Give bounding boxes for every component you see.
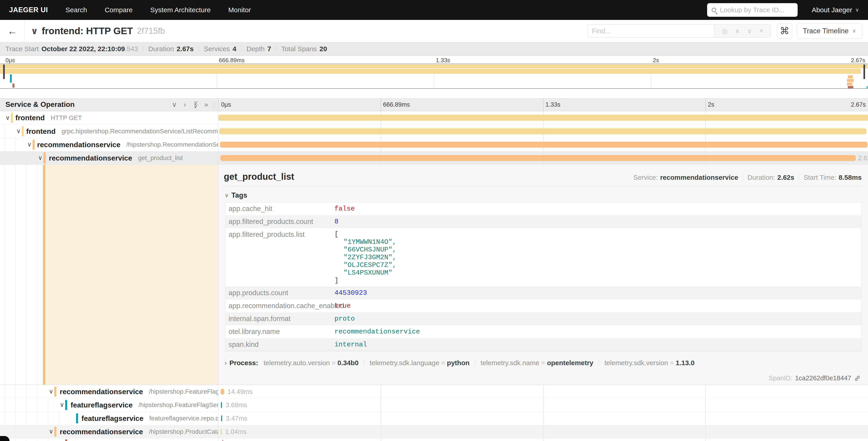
span-row-partial[interactable] — [0, 438, 868, 441]
span-detail-indent-column — [0, 165, 218, 385]
chevron-down-icon[interactable]: ∨ — [49, 428, 53, 435]
deep-link-icon[interactable] — [854, 375, 861, 382]
span-bar[interactable] — [220, 155, 856, 161]
span-row-get-product-list-selected[interactable]: ∨ recommendationservice get_product_list… — [0, 151, 868, 165]
chevron-down-icon[interactable]: ∨ — [5, 114, 10, 121]
tick-label: 2.67s — [851, 101, 866, 108]
span-timeline-cell[interactable]: 3.47ms — [218, 412, 868, 425]
next-match-icon[interactable]: ∨ — [747, 27, 752, 35]
span-name-cell[interactable]: featureflagservice featureflagservice.re… — [0, 412, 218, 425]
process-item: telemetry.sdk.name=opentelemetry — [480, 359, 593, 367]
span-timeline-cell[interactable] — [218, 439, 868, 441]
span-bar[interactable] — [221, 389, 224, 394]
trace-title: frontend: HTTP GET — [42, 26, 133, 36]
trace-collapse-chevron-icon[interactable]: ∨ — [31, 26, 38, 36]
span-detail-panel: get_product_list Service: recommendation… — [218, 165, 868, 385]
collapse-one-icon[interactable]: ∨ — [172, 100, 177, 109]
span-row-recommendation-list[interactable]: ∨ recommendationservice /hipstershop.Rec… — [0, 138, 868, 151]
span-row-recommendation-productcatalog[interactable]: ∨ recommendationservice /hipstershop.Pro… — [0, 425, 868, 438]
span-name-cell[interactable]: ∨ recommendationservice /hipstershop.Rec… — [0, 138, 218, 151]
services-value: 4 — [232, 45, 237, 53]
selected-span-highlight — [45, 165, 218, 385]
span-operation: /hipstershop.RecommendationService/Lis..… — [126, 141, 218, 148]
service-color-bar — [65, 439, 67, 441]
find-input[interactable] — [588, 25, 714, 37]
span-timeline-cell[interactable]: 14.49ms — [218, 385, 868, 398]
span-bar[interactable] — [218, 115, 868, 121]
chevron-down-icon[interactable]: ∨ — [49, 388, 53, 395]
span-timeline-cell[interactable] — [218, 125, 868, 138]
about-jaeger-menu[interactable]: About Jaeger ∨ — [812, 6, 859, 14]
focus-match-icon[interactable]: ◎ — [722, 27, 727, 35]
trace-minimap[interactable] — [0, 64, 868, 89]
app-logo[interactable]: JAEGER UI — [9, 6, 48, 14]
span-name-cell[interactable]: ∨ frontend grpc.hipstershop.Recommendati… — [0, 125, 218, 138]
tag-row: span.kind internal — [225, 338, 862, 351]
nav-link-system-architecture[interactable]: System Architecture — [150, 6, 211, 14]
span-name-cell[interactable]: ∨ recommendationservice get_product_list — [0, 151, 218, 165]
back-button[interactable]: ← — [0, 20, 25, 42]
tags-section-toggle[interactable]: ∨ Tags — [225, 191, 862, 200]
span-name-cell[interactable]: ∨ recommendationservice /hipstershop.Fea… — [0, 385, 218, 398]
span-bar[interactable] — [219, 128, 866, 134]
chevron-down-icon[interactable]: ∨ — [38, 154, 42, 161]
span-bar[interactable] — [221, 402, 222, 408]
span-detail-row: get_product_list Service: recommendation… — [0, 165, 868, 385]
nav-link-monitor[interactable]: Monitor — [228, 6, 251, 14]
span-name-cell[interactable]: ∨ featureflagservice /hipstershop.Featur… — [0, 399, 218, 412]
collapse-all-icon[interactable]: ∨∨ — [193, 101, 197, 108]
span-name-cell[interactable] — [0, 439, 218, 441]
expand-one-icon[interactable]: › — [184, 100, 186, 109]
tick-label: 666.89ms — [383, 101, 410, 108]
chevron-down-icon[interactable]: ∨ — [27, 141, 32, 148]
span-duration-label: 3.47ms — [226, 415, 247, 422]
span-bar[interactable] — [222, 440, 223, 441]
chevron-down-icon[interactable]: ∨ — [60, 401, 64, 408]
span-timeline-cell[interactable]: 2.62s — [218, 151, 868, 165]
nav-link-search[interactable]: Search — [66, 6, 87, 14]
span-bar[interactable] — [221, 415, 222, 421]
span-service: recommendationservice — [60, 428, 143, 436]
minimap-right-scrubber-handle[interactable] — [864, 64, 865, 79]
prev-match-icon[interactable]: ∧ — [735, 27, 740, 35]
span-row-frontend-httpget[interactable]: ∨ frontend HTTP GET — [0, 111, 868, 124]
span-timeline-cell[interactable]: 1.04ms — [218, 425, 868, 438]
trace-header-controls: ◎ ∧ ∨ × ⌘ Trace Timeline ∨ — [588, 23, 862, 39]
tag-value: 44530923 — [335, 287, 367, 299]
process-section-toggle[interactable]: › Process: telemetry.auto.version=0.34b0… — [224, 359, 862, 367]
span-timeline-cell[interactable] — [218, 138, 868, 151]
span-row-recommendation-featureflag[interactable]: ∨ recommendationservice /hipstershop.Fea… — [0, 385, 868, 398]
span-row-featureflag-getflag[interactable]: ∨ featureflagservice /hipstershop.Featur… — [0, 398, 868, 412]
column-resizer-handle[interactable] — [213, 101, 215, 108]
span-row-frontend-grpc[interactable]: ∨ frontend grpc.hipstershop.Recommendati… — [0, 124, 868, 138]
trace-view-selector[interactable]: Trace Timeline ∨ — [797, 23, 862, 39]
span-bar[interactable] — [220, 142, 868, 148]
span-operation: grpc.hipstershop.RecommendationService/L… — [62, 128, 218, 135]
duration-value: 2.67s — [177, 45, 194, 53]
find-controls: ◎ ∧ ∨ × — [714, 25, 771, 37]
span-name-cell[interactable]: ∨ recommendationservice /hipstershop.Pro… — [0, 425, 218, 438]
span-service: recommendationservice — [37, 141, 120, 149]
trace-id-lookup-input[interactable]: Lookup by Trace ID... — [707, 3, 798, 17]
process-item: telemetry.sdk.language=python — [370, 359, 469, 367]
service-color-bar — [43, 152, 46, 164]
span-timeline-cell[interactable]: 3.68ms — [218, 399, 868, 412]
nav-link-compare[interactable]: Compare — [105, 6, 133, 14]
minimap-left-scrubber-handle[interactable] — [3, 64, 5, 79]
span-operation: HTTP GET — [51, 114, 82, 122]
trace-id-lookup-placeholder: Lookup by Trace ID... — [720, 6, 784, 14]
tag-row: internal.span.format proto — [225, 313, 862, 325]
span-operation: get_product_list — [138, 154, 183, 161]
span-row-featureflag-repo-query[interactable]: featureflagservice featureflagservice.re… — [0, 412, 868, 425]
span-bar[interactable] — [221, 429, 221, 435]
span-timeline-cell[interactable] — [218, 111, 868, 124]
service-color-bar — [33, 140, 35, 150]
span-service: recommendationservice — [49, 154, 132, 162]
keyboard-shortcuts-button[interactable]: ⌘ — [777, 23, 792, 39]
expand-all-icon[interactable]: » — [204, 100, 208, 109]
clear-find-icon[interactable]: × — [760, 27, 763, 35]
span-name-cell[interactable]: ∨ frontend HTTP GET — [0, 111, 218, 124]
minimap-span-productcatalog — [12, 84, 14, 88]
chevron-down-icon[interactable]: ∨ — [16, 127, 21, 135]
depth-label: Depth — [246, 45, 265, 53]
